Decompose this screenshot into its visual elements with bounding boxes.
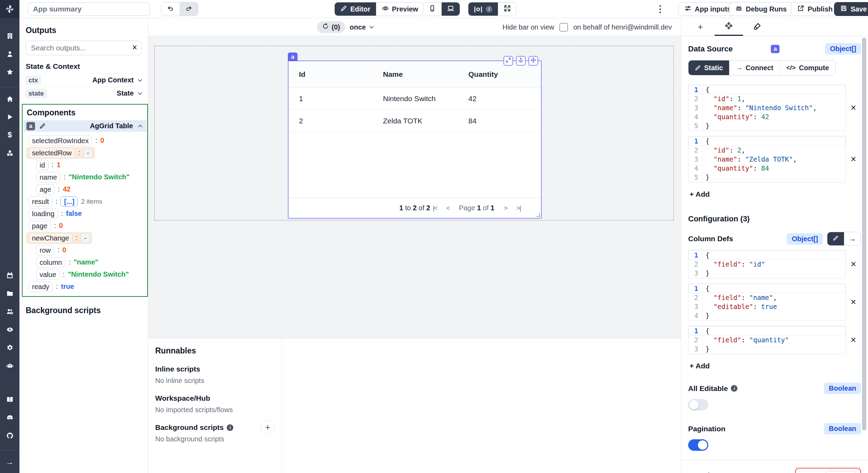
component-header-row[interactable]: a AgGrid Table (23, 120, 147, 132)
anchor-component-button[interactable] (516, 56, 526, 66)
hide-bar-checkbox[interactable] (559, 23, 568, 32)
output-row-row[interactable]: row:0 (26, 244, 144, 256)
refresh-policy-dropdown[interactable]: once (350, 18, 375, 36)
move-component-button[interactable] (528, 56, 538, 66)
output-key[interactable]: value (36, 269, 60, 280)
edit-mode-button[interactable] (827, 232, 844, 245)
table-cell[interactable]: 84 (468, 117, 541, 125)
column-header[interactable]: Name (383, 70, 468, 79)
code-editor[interactable]: 1{2 "id": 2,3 "name": "Zelda TOTK",4 "qu… (688, 136, 846, 182)
output-key[interactable]: loading (28, 209, 58, 219)
gear-icon[interactable] (5, 344, 14, 351)
app-summary-input[interactable] (28, 2, 150, 16)
table-cell[interactable]: 2 (299, 117, 383, 125)
table-cell[interactable]: 1 (299, 95, 383, 103)
output-key[interactable]: newChange (28, 233, 73, 243)
debug-runs-button[interactable]: Debug Runs (729, 2, 793, 16)
remove-item-button[interactable]: × (846, 103, 861, 113)
table-row[interactable]: 1Nintendo Switch42 (289, 88, 541, 110)
user-icon[interactable] (5, 50, 14, 58)
remove-item-button[interactable]: × (846, 259, 861, 270)
pagination-toggle[interactable] (688, 439, 708, 451)
output-row-page[interactable]: page:0 (26, 220, 144, 232)
pencil-icon[interactable] (39, 123, 46, 129)
book-icon[interactable] (5, 395, 14, 403)
prev-page-button[interactable]: < (446, 204, 450, 212)
output-key[interactable]: selectedRowIndex (28, 136, 92, 146)
add-data-item-button[interactable]: + Add (688, 190, 710, 198)
expand-component-button[interactable] (503, 56, 513, 66)
table-cell[interactable]: 42 (468, 95, 541, 103)
code-editor[interactable]: 1{2 "field": "name",3 "editable": true4} (688, 283, 846, 321)
remove-item-button[interactable]: × (846, 335, 861, 345)
boolean-badge[interactable]: Boolean (824, 423, 861, 434)
output-row-value[interactable]: value:"Nintendo Switch" (26, 268, 144, 280)
calendar-icon[interactable] (5, 271, 14, 279)
undo-button[interactable] (161, 2, 180, 16)
output-row-loading[interactable]: loading:false (26, 207, 144, 220)
output-key[interactable]: id (36, 160, 49, 170)
tab-preview[interactable]: Preview (376, 2, 424, 16)
delete-component-button[interactable]: Delete ⌘ + ⌫ (795, 468, 861, 473)
arrow-right-icon[interactable]: → (5, 458, 14, 466)
cubes-icon[interactable] (5, 149, 14, 157)
clear-search-icon[interactable]: × (132, 42, 137, 52)
output-key[interactable]: age (36, 184, 55, 195)
output-row-name[interactable]: name:"Nintendo Switch" (26, 171, 144, 183)
output-row-result[interactable]: result:[...]2 items (26, 195, 144, 207)
folder-icon[interactable] (5, 289, 14, 297)
app-inputs-button[interactable]: App inputs (678, 2, 737, 16)
output-row-ready[interactable]: ready:true (26, 280, 144, 293)
table-row[interactable]: 2Zelda TOTK84 (289, 110, 541, 132)
last-page-button[interactable]: >| (516, 204, 520, 212)
state-context-row-state[interactable]: stateState (19, 87, 148, 100)
remove-item-button[interactable]: × (846, 154, 861, 165)
dollar-icon[interactable]: $ (5, 131, 14, 139)
github-icon[interactable] (5, 432, 14, 439)
code-editor[interactable]: 1{2 "field": "id"3} (688, 250, 846, 278)
boolean-badge[interactable]: Boolean (824, 383, 861, 394)
resize-handle[interactable] (536, 213, 540, 217)
first-page-button[interactable]: |< (433, 204, 437, 212)
component-id-tab[interactable]: a (288, 52, 298, 61)
search-outputs-input[interactable] (26, 41, 142, 55)
output-key[interactable]: selectedRow (28, 148, 75, 158)
desktop-view-button[interactable] (441, 2, 460, 16)
redo-button[interactable] (180, 2, 198, 16)
star-icon[interactable] (5, 68, 14, 76)
app-canvas[interactable]: a IdNameQuantity 1Nintendo Switch422Zeld… (148, 36, 681, 338)
state-context-row-ctx[interactable]: ctxApp Context (19, 73, 148, 87)
data-source-tab-static[interactable]: Static (688, 60, 729, 75)
code-editor[interactable]: 1{2 "field": "quantity"3} (688, 326, 846, 354)
hide-schema-explorer-button[interactable]: |o|i (468, 2, 498, 16)
output-row-newChange[interactable]: newChange:- (26, 232, 144, 244)
chevron-up-icon[interactable] (137, 123, 143, 129)
output-key[interactable]: ready (28, 282, 53, 292)
connect-mode-button[interactable]: → (844, 232, 861, 245)
column-header[interactable]: Id (299, 70, 383, 79)
robot-icon[interactable] (5, 362, 14, 369)
add-background-script-button[interactable]: + (261, 420, 275, 434)
add-column-def-button[interactable]: + Add (688, 362, 710, 370)
code-editor[interactable]: 1{2 "id": 1,3 "name": "Nintendo Switch",… (688, 84, 846, 131)
fullscreen-button[interactable] (498, 2, 516, 16)
more-menu-button[interactable]: ⋮ (656, 2, 665, 16)
eye-icon[interactable] (5, 326, 14, 333)
type-badge[interactable]: Object[] (787, 233, 823, 245)
building-icon[interactable] (5, 32, 14, 40)
remove-item-button[interactable]: × (846, 297, 861, 308)
output-key[interactable]: name (36, 172, 60, 182)
tab-insert-component[interactable]: + (686, 18, 715, 36)
table-cell[interactable]: Zelda TOTK (383, 117, 468, 125)
home-icon[interactable] (5, 95, 14, 103)
aggrid-table-component[interactable]: a IdNameQuantity 1Nintendo Switch422Zeld… (288, 60, 542, 219)
discord-icon[interactable] (5, 414, 14, 421)
output-row-selectedRowIndex[interactable]: selectedRowIndex:0 (26, 134, 144, 147)
output-key[interactable]: page (28, 221, 51, 231)
publish-button[interactable]: Publish (791, 2, 839, 16)
play-icon[interactable] (5, 113, 14, 121)
users-gear-icon[interactable] (5, 308, 14, 315)
output-key[interactable]: row (36, 245, 54, 255)
refresh-button[interactable]: (0) (317, 21, 345, 33)
type-badge[interactable]: Object[] (825, 43, 861, 55)
